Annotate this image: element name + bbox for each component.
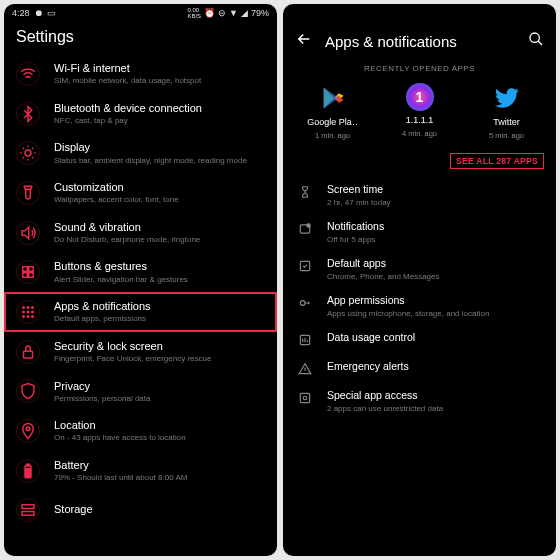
app-name: Twitter bbox=[493, 117, 520, 127]
wifi-icon: ▼ bbox=[229, 8, 238, 18]
item-buttons[interactable]: Buttons & gestures Alert Slider, navigat… bbox=[4, 252, 277, 292]
recent-app-1111[interactable]: 1 1.1.1.1 4 min. ago bbox=[385, 83, 455, 140]
signal-icon: ◢ bbox=[241, 8, 248, 18]
item-label: Sound & vibration bbox=[54, 220, 265, 234]
battery-pct: 79% bbox=[251, 8, 269, 18]
svg-point-0 bbox=[25, 150, 31, 156]
item-sub: Wallpapers, accent color, font, tone bbox=[54, 195, 265, 205]
app-sub: 1 min. ago bbox=[315, 131, 350, 140]
item-sub: 79% - Should last until about 8:00 AM bbox=[54, 473, 265, 483]
item-label: Emergency alerts bbox=[327, 360, 544, 374]
item-bluetooth[interactable]: Bluetooth & device connection NFC, cast,… bbox=[4, 94, 277, 134]
page-title: Apps & notifications bbox=[325, 33, 457, 50]
svg-rect-19 bbox=[22, 504, 34, 508]
app-name: Google Pla‥ bbox=[307, 117, 358, 127]
item-label: Battery bbox=[54, 458, 265, 472]
svg-rect-2 bbox=[29, 267, 34, 272]
apps-notifications-screen: Apps & notifications RECENTLY OPENED APP… bbox=[283, 4, 556, 556]
recent-app-twitter[interactable]: Twitter 5 min. ago bbox=[472, 83, 542, 140]
item-label: Screen time bbox=[327, 183, 544, 197]
item-label: Data usage control bbox=[327, 331, 544, 345]
app-sub: 5 min. ago bbox=[489, 131, 524, 140]
item-screen-time[interactable]: Screen time 2 hr, 47 min today bbox=[283, 177, 556, 214]
settings-list[interactable]: Wi-Fi & internet SIM, mobile network, da… bbox=[4, 54, 277, 556]
alert-icon bbox=[297, 361, 313, 377]
item-display[interactable]: Display Status bar, ambient display, nig… bbox=[4, 133, 277, 173]
item-app-permissions[interactable]: App permissions Apps using microphone, s… bbox=[283, 288, 556, 325]
display-icon bbox=[16, 141, 40, 165]
svg-rect-3 bbox=[23, 273, 28, 278]
item-storage[interactable]: Storage bbox=[4, 491, 277, 529]
item-sub: Alert Slider, navigation bar & gestures bbox=[54, 275, 265, 285]
default-apps-icon bbox=[297, 258, 313, 274]
item-label: Location bbox=[54, 418, 265, 432]
svg-rect-18 bbox=[26, 468, 31, 476]
svg-point-25 bbox=[300, 301, 305, 306]
item-sub: SIM, mobile network, data usage, hotspot bbox=[54, 76, 265, 86]
item-sub: 2 hr, 47 min today bbox=[327, 198, 544, 208]
section-label: RECENTLY OPENED APPS bbox=[283, 56, 556, 79]
item-sub: Default apps, permissions bbox=[54, 314, 265, 324]
item-special-access[interactable]: Special app access 2 apps can use unrest… bbox=[283, 383, 556, 420]
item-sub: On - 43 apps have access to location bbox=[54, 433, 265, 443]
item-label: Buttons & gestures bbox=[54, 259, 265, 273]
item-sub: Chrome, Phone, and Messages bbox=[327, 272, 544, 282]
svg-rect-27 bbox=[300, 393, 309, 402]
wifi-icon bbox=[16, 62, 40, 86]
item-privacy[interactable]: Privacy Permissions, personal data bbox=[4, 372, 277, 412]
svg-point-6 bbox=[27, 306, 30, 309]
dnd-icon: ⊖ bbox=[218, 8, 226, 18]
page-title: Settings bbox=[4, 22, 277, 54]
see-all-apps-link[interactable]: SEE ALL 287 APPS bbox=[450, 153, 544, 169]
item-sub: 2 apps can use unrestricted data bbox=[327, 404, 544, 414]
item-default-apps[interactable]: Default apps Chrome, Phone, and Messages bbox=[283, 251, 556, 288]
search-button[interactable] bbox=[528, 31, 544, 51]
item-data-usage[interactable]: Data usage control bbox=[283, 325, 556, 354]
item-sound[interactable]: Sound & vibration Do Not Disturb, earpho… bbox=[4, 213, 277, 253]
svg-rect-14 bbox=[24, 351, 33, 358]
back-button[interactable] bbox=[295, 30, 313, 52]
data-usage-icon bbox=[297, 332, 313, 348]
item-sub: Fingerprint, Face Unlock, emergency resc… bbox=[54, 354, 265, 364]
item-customization[interactable]: Customization Wallpapers, accent color, … bbox=[4, 173, 277, 213]
item-wifi-internet[interactable]: Wi-Fi & internet SIM, mobile network, da… bbox=[4, 54, 277, 94]
notif-dot-icon: ⏺ bbox=[34, 8, 43, 18]
item-sub: Status bar, ambient display, night mode,… bbox=[54, 156, 265, 166]
svg-rect-20 bbox=[22, 511, 34, 515]
permissions-icon bbox=[297, 295, 313, 311]
item-emergency-alerts[interactable]: Emergency alerts bbox=[283, 354, 556, 383]
item-sub: Permissions, personal data bbox=[54, 394, 265, 404]
apps-settings-list[interactable]: Screen time 2 hr, 47 min today Notificat… bbox=[283, 177, 556, 556]
shield-icon bbox=[16, 379, 40, 403]
item-security[interactable]: Security & lock screen Fingerprint, Face… bbox=[4, 332, 277, 372]
svg-point-7 bbox=[31, 306, 34, 309]
svg-point-10 bbox=[31, 310, 34, 313]
svg-point-11 bbox=[22, 315, 25, 318]
apps-icon bbox=[16, 300, 40, 324]
lock-icon bbox=[16, 340, 40, 364]
item-location[interactable]: Location On - 43 apps have access to loc… bbox=[4, 411, 277, 451]
item-battery[interactable]: Battery 79% - Should last until about 8:… bbox=[4, 451, 277, 491]
svg-rect-4 bbox=[29, 273, 34, 278]
svg-point-23 bbox=[307, 224, 311, 228]
item-apps-notifications[interactable]: Apps & notifications Default apps, permi… bbox=[4, 292, 277, 332]
item-label: Storage bbox=[54, 502, 265, 516]
svg-point-5 bbox=[22, 306, 25, 309]
item-sub: Apps using microphone, storage, and loca… bbox=[327, 309, 544, 319]
recent-app-google-play[interactable]: Google Pla‥ 1 min. ago bbox=[298, 83, 368, 140]
item-label: Wi-Fi & internet bbox=[54, 61, 265, 75]
see-all-row: SEE ALL 287 APPS bbox=[283, 148, 556, 177]
storage-icon bbox=[16, 498, 40, 522]
battery-icon bbox=[16, 459, 40, 483]
item-notifications[interactable]: Notifications Off for 5 apps bbox=[283, 214, 556, 251]
svg-rect-1 bbox=[23, 267, 28, 272]
special-access-icon bbox=[297, 390, 313, 406]
item-label: App permissions bbox=[327, 294, 544, 308]
notifications-icon bbox=[297, 221, 313, 237]
item-label: Notifications bbox=[327, 220, 544, 234]
settings-screen: 4:28 ⏺ ▭ 0.00KB/S ⏰ ⊖ ▼ ◢ 79% Settings W… bbox=[4, 4, 277, 556]
svg-rect-17 bbox=[27, 464, 30, 466]
svg-point-28 bbox=[303, 396, 307, 400]
header: Apps & notifications bbox=[283, 22, 556, 56]
location-icon bbox=[16, 419, 40, 443]
